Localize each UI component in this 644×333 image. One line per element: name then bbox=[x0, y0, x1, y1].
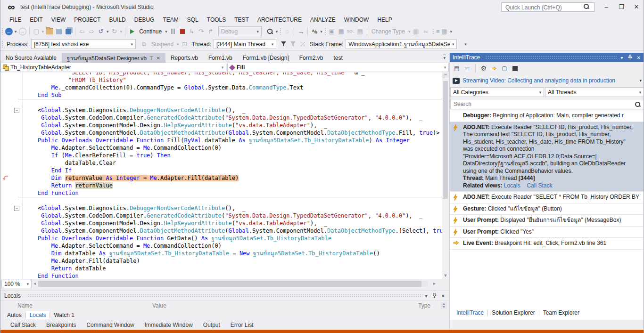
menu-item-analyze[interactable]: ANALYZE bbox=[306, 15, 340, 24]
close-icon[interactable]: ✕ bbox=[441, 293, 445, 299]
scroll-down-icon[interactable]: ▼ bbox=[442, 273, 449, 278]
scroll-left-icon[interactable]: ◂ bbox=[33, 281, 36, 286]
bottom-tab-call-stack[interactable]: Call Stack bbox=[5, 321, 41, 329]
stack-frame-combo[interactable]: WindowsApplication1.ฐานข้อมูล5DataSetTa▾ bbox=[346, 39, 457, 49]
bottom-tab-breakpoints[interactable]: Breakpoints bbox=[41, 321, 81, 329]
code-line[interactable]: End Sub bbox=[0, 91, 442, 99]
code-line[interactable]: Global.System.ComponentModel.DataObjectM… bbox=[0, 227, 442, 235]
menu-item-build[interactable]: BUILD bbox=[105, 15, 130, 24]
suspend-icon[interactable]: ⧉ bbox=[140, 40, 149, 49]
step-out-icon[interactable]: ↱ bbox=[206, 27, 215, 36]
editor-vertical-scrollbar[interactable]: ═ ▼ bbox=[442, 73, 449, 279]
continue-icon[interactable] bbox=[127, 27, 137, 36]
code-line[interactable]: Return returnValue bbox=[0, 182, 442, 189]
toolbar-overflow-icon[interactable]: ▾ bbox=[449, 29, 453, 34]
related-view-link-locals[interactable]: Locals bbox=[504, 182, 520, 189]
save-all-icon[interactable] bbox=[64, 27, 73, 36]
collapse-region-icon[interactable]: − bbox=[14, 206, 19, 211]
code-line[interactable]: Me._commandCollection(0).CommandType = G… bbox=[0, 84, 442, 91]
code-line[interactable]: − <Global.System.Diagnostics.DebuggerNon… bbox=[0, 106, 442, 114]
menu-item-team[interactable]: TEAM bbox=[158, 15, 182, 24]
code-line[interactable] bbox=[0, 197, 442, 204]
intellitrace-title-bar[interactable]: IntelliTrace ▾ ✕ bbox=[450, 53, 644, 62]
code-line[interactable]: dataTable.Clear bbox=[0, 159, 442, 167]
panel-tab-intellitrace[interactable]: IntelliTrace bbox=[453, 309, 487, 317]
threads-filter-combo[interactable]: All Threads▾ bbox=[545, 87, 644, 97]
code-line[interactable] bbox=[0, 99, 442, 106]
collapse-region-icon[interactable]: − bbox=[14, 108, 19, 113]
locals-column-value[interactable]: Value bbox=[152, 302, 166, 309]
code-line[interactable]: Me.Adapter.SelectCommand = Me.CommandCol… bbox=[0, 242, 442, 250]
type-dropdown[interactable]: Tb_HistoryTableAdapter ▾ bbox=[0, 63, 226, 72]
member-dropdown[interactable]: Fill ▾ bbox=[227, 63, 449, 72]
scroll-right-icon[interactable]: ▸ bbox=[433, 281, 436, 286]
menu-item-window[interactable]: WINDOW bbox=[340, 15, 373, 24]
window-position-icon[interactable]: ▾ bbox=[621, 55, 623, 60]
pin-icon[interactable] bbox=[432, 293, 437, 299]
continue-button[interactable]: Continue bbox=[137, 28, 164, 35]
undo-caret-icon[interactable]: ▾ bbox=[106, 29, 110, 34]
document-tab[interactable]: Form1.vb bbox=[203, 53, 238, 63]
pin-icon[interactable] bbox=[628, 55, 632, 61]
goto-current-event-icon[interactable]: ➾ bbox=[490, 64, 498, 73]
navigate-back-caret-icon[interactable]: ▾ bbox=[14, 29, 18, 34]
bottom-tab-immediate-window[interactable]: Immediate Window bbox=[140, 321, 198, 329]
document-tab[interactable]: Reports.vb bbox=[165, 53, 203, 63]
code-line[interactable]: − <Global.System.Diagnostics.DebuggerNon… bbox=[0, 204, 442, 212]
menu-item-test[interactable]: TEST bbox=[230, 15, 253, 24]
menu-item-help[interactable]: HELP bbox=[373, 15, 396, 24]
code-line[interactable]: Dim returnValue As Integer = Me.Adapter.… bbox=[0, 174, 442, 182]
event-search-box[interactable] bbox=[450, 99, 644, 109]
quick-launch-box[interactable] bbox=[501, 2, 594, 12]
locals-tab-watch-1[interactable]: Watch 1 bbox=[50, 311, 78, 319]
locals-title-bar[interactable]: Locals ▾ ✕ bbox=[0, 291, 449, 301]
flagged-threads-icon[interactable] bbox=[289, 40, 298, 49]
streaming-video-row[interactable]: Streaming Video: Collecting and analyzin… bbox=[450, 75, 644, 86]
menu-item-sql[interactable]: SQL bbox=[183, 15, 203, 24]
code-line[interactable]: Return dataTable bbox=[0, 265, 442, 272]
code-line[interactable]: Global.System.CodeDom.Compiler.Generated… bbox=[0, 114, 442, 122]
locals-tab-autos[interactable]: Autos bbox=[3, 311, 25, 319]
results-pane-icon[interactable]: ▤ bbox=[355, 27, 365, 36]
intellitrace-event[interactable]: ADO.NET: Execute Reader "SELECT ID, His_… bbox=[450, 122, 644, 192]
locals-tab-locals[interactable]: Locals bbox=[26, 311, 50, 319]
change-type-button[interactable]: Change Type bbox=[369, 28, 407, 35]
editor-zoom-combo[interactable]: 100 %▾ bbox=[1, 280, 32, 288]
menu-item-view[interactable]: VIEW bbox=[47, 15, 70, 24]
code-line[interactable]: Dim dataTable As ฐานข้อมูล5DataSet.Tb_Hi… bbox=[0, 250, 442, 257]
document-tab[interactable]: No Source Available bbox=[0, 53, 62, 63]
events-view-icon[interactable]: ▤ bbox=[453, 64, 461, 73]
toggle-flagged-icon[interactable]: ⤫ bbox=[298, 40, 307, 49]
redo-caret-icon[interactable]: ▾ bbox=[119, 29, 124, 34]
code-line[interactable]: Global.System.ComponentModel.DataObjectM… bbox=[0, 129, 442, 137]
close-icon[interactable]: ✕ bbox=[637, 55, 641, 60]
code-line[interactable]: Me.Adapter.SelectCommand = Me.CommandCol… bbox=[0, 144, 442, 152]
menu-item-project[interactable]: PROJECT bbox=[70, 15, 105, 24]
locals-scrollbar[interactable]: ▲▼ bbox=[441, 302, 447, 309]
menu-item-debug[interactable]: DEBUG bbox=[130, 15, 159, 24]
locals-column-type[interactable]: Type bbox=[418, 302, 430, 309]
panel-tab-solution-explorer[interactable]: Solution Explorer bbox=[488, 309, 538, 317]
event-search-input[interactable] bbox=[451, 101, 635, 107]
intellitrace-event[interactable]: ADO.NET: Execute Reader "SELECT * FROM T… bbox=[450, 192, 644, 203]
document-tab[interactable]: Form2.vb bbox=[294, 53, 329, 63]
break-all-icon[interactable] bbox=[168, 27, 178, 36]
save-icon[interactable] bbox=[54, 27, 64, 36]
restore-button[interactable]: ❐ bbox=[615, 3, 627, 11]
find-in-files-icon[interactable] bbox=[265, 27, 275, 36]
navigate-forward-icon[interactable]: → bbox=[18, 27, 27, 36]
panel-tab-team-explorer[interactable]: Team Explorer bbox=[539, 309, 583, 317]
execute-sql-icon[interactable]: s𝑞 bbox=[421, 27, 430, 36]
sql-pane-icon[interactable]: SQL bbox=[346, 27, 355, 36]
document-tab[interactable]: Form1.vb [Design] bbox=[238, 53, 294, 63]
editor-splitter-handle[interactable]: ═ bbox=[442, 73, 449, 78]
stop-debugging-icon[interactable] bbox=[178, 27, 187, 36]
bookmark-prev-icon[interactable]: ⇦ bbox=[77, 27, 87, 36]
calls-view-icon[interactable]: ≔ bbox=[463, 64, 471, 73]
code-line[interactable]: Global.System.CodeDom.Compiler.Generated… bbox=[0, 212, 442, 219]
debug-location-overflow-icon[interactable]: ▾ bbox=[463, 42, 468, 47]
code-line[interactable]: Global.System.ComponentModel.Design.Help… bbox=[0, 122, 442, 129]
vertical-scroll-thumb[interactable] bbox=[443, 81, 448, 199]
horizontal-scroll-thumb[interactable] bbox=[38, 281, 421, 287]
code-line[interactable]: "SELECT ID, His_product, His_number, His… bbox=[0, 73, 442, 76]
